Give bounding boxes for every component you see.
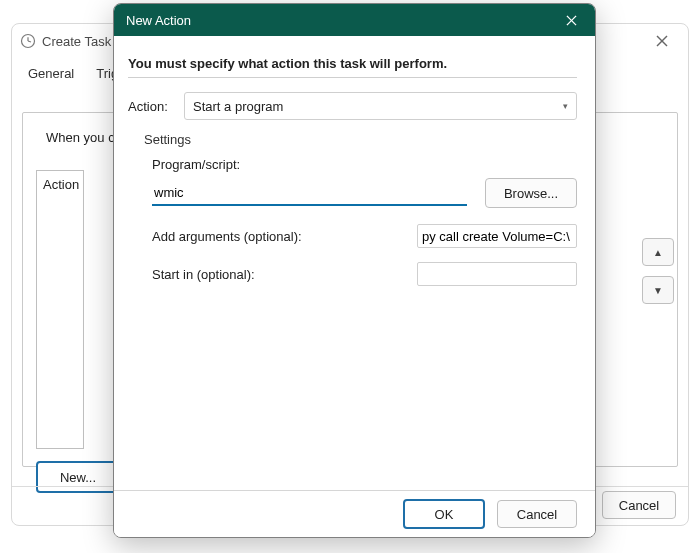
create-task-cancel-label: Cancel <box>619 498 659 513</box>
clock-icon <box>20 33 36 49</box>
startin-input[interactable] <box>417 262 577 286</box>
action-label: Action: <box>128 99 184 114</box>
action-select[interactable]: Start a program ▾ <box>184 92 577 120</box>
browse-button[interactable]: Browse... <box>485 178 577 208</box>
action-row: Action: Start a program ▾ <box>128 92 577 120</box>
reorder-buttons: ▲ ▼ <box>642 238 672 314</box>
program-input[interactable] <box>152 180 467 206</box>
divider <box>128 77 577 78</box>
arguments-row: Add arguments (optional): <box>152 224 577 248</box>
move-down-button[interactable]: ▼ <box>642 276 674 304</box>
browse-button-label: Browse... <box>504 186 558 201</box>
close-icon[interactable] <box>642 27 682 55</box>
instruction-text: You must specify what action this task w… <box>128 56 577 71</box>
settings-block: Program/script: Browse... Add arguments … <box>152 157 577 286</box>
chevron-down-icon: ▾ <box>563 101 568 111</box>
new-action-title: New Action <box>126 13 553 28</box>
ok-button-label: OK <box>435 507 454 522</box>
create-task-cancel-button[interactable]: Cancel <box>602 491 676 519</box>
move-up-button[interactable]: ▲ <box>642 238 674 266</box>
startin-row: Start in (optional): <box>152 262 577 286</box>
cancel-button-label: Cancel <box>517 507 557 522</box>
new-action-dialog: New Action You must specify what action … <box>113 3 596 538</box>
cancel-button[interactable]: Cancel <box>497 500 577 528</box>
settings-heading: Settings <box>144 132 577 147</box>
new-action-footer: OK Cancel <box>114 490 595 537</box>
new-button-label: New... <box>60 470 96 485</box>
new-action-body: You must specify what action this task w… <box>114 36 595 491</box>
new-button[interactable]: New... <box>36 461 120 493</box>
new-action-titlebar: New Action <box>114 4 595 36</box>
arguments-input[interactable] <box>417 224 577 248</box>
ok-button[interactable]: OK <box>403 499 485 529</box>
when-label: When you c <box>42 130 119 145</box>
arguments-label: Add arguments (optional): <box>152 229 417 244</box>
program-label: Program/script: <box>152 157 577 172</box>
action-select-value: Start a program <box>193 99 283 114</box>
actions-list[interactable]: Action <box>36 170 84 449</box>
actions-list-header: Action <box>43 177 79 192</box>
svg-line-2 <box>28 41 31 42</box>
startin-label: Start in (optional): <box>152 267 417 282</box>
tab-general[interactable]: General <box>24 62 78 85</box>
program-row: Browse... <box>152 178 577 208</box>
close-icon[interactable] <box>553 8 589 32</box>
